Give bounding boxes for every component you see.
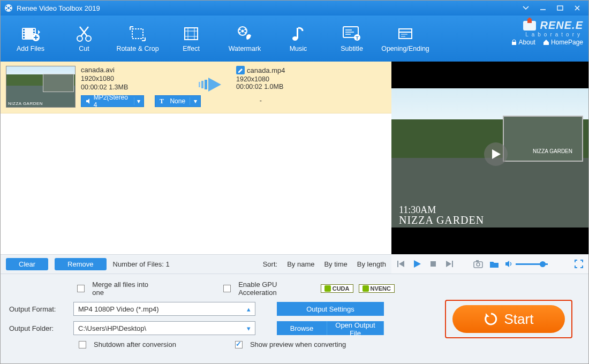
svg-point-34: [239, 28, 240, 30]
svg-rect-52: [528, 18, 531, 20]
svg-point-4: [6, 9, 7, 11]
toolbar-add-files[interactable]: Add Files: [4, 17, 57, 60]
toolbar-watermark[interactable]: Watermark: [218, 17, 271, 60]
preview-title-overlay: NIZZA GARDEN: [399, 214, 484, 226]
nvenc-badge: NVENC: [359, 284, 395, 293]
remove-button[interactable]: Remove: [55, 258, 106, 270]
svg-point-5: [10, 9, 12, 11]
output-extra: -: [236, 97, 285, 104]
clear-button[interactable]: Clear: [6, 258, 48, 270]
close-icon[interactable]: [569, 3, 585, 13]
svg-rect-59: [431, 261, 436, 267]
svg-rect-46: [399, 29, 412, 39]
stop-button[interactable]: [428, 259, 439, 269]
snapshot-button[interactable]: [473, 259, 484, 269]
sort-by-name[interactable]: By name: [287, 260, 314, 268]
svg-rect-7: [557, 6, 563, 10]
gpu-checkbox[interactable]: [223, 285, 231, 292]
svg-rect-26: [132, 29, 143, 39]
svg-point-2: [6, 6, 7, 7]
sort-by-time[interactable]: By time: [324, 260, 347, 268]
toolbar-cut[interactable]: Cut: [57, 17, 111, 60]
homepage-link[interactable]: HomePage: [543, 39, 583, 46]
toolbar: Add Files Cut Rotate & Crop Effect Water…: [1, 16, 588, 62]
open-output-button[interactable]: Open Output File: [327, 321, 384, 335]
crop-icon: [128, 25, 147, 43]
next-button[interactable]: [444, 259, 455, 269]
opening-icon: [396, 25, 415, 43]
source-resolution: 1920x1080: [81, 75, 188, 82]
fullscreen-button[interactable]: [573, 259, 584, 269]
svg-point-33: [241, 30, 244, 33]
output-format-combo[interactable]: MP4 1080P Video (*.mp4) ▴: [73, 302, 255, 316]
lock-icon: [511, 39, 517, 46]
audio-track-picker[interactable]: MP2(Stereo 4 ▾: [81, 95, 144, 107]
sort-by-length[interactable]: By length: [357, 260, 386, 268]
toolbar-label: Music: [290, 45, 307, 52]
list-control-bar: Clear Remove Number of Files: 1 Sort: By…: [1, 254, 391, 274]
svg-rect-27: [185, 28, 198, 40]
brand-area: RENE.E Laboratory About HomePage: [505, 16, 588, 48]
toolbar-label: Watermark: [229, 45, 261, 52]
menu-dropdown-icon[interactable]: [518, 3, 534, 13]
app-icon: [4, 3, 13, 13]
svg-point-37: [244, 32, 246, 33]
start-highlight: Start: [445, 300, 572, 338]
source-meta: 00:00:02 1.3MB: [81, 84, 188, 91]
output-meta: 00:00:02 1.0MB: [236, 83, 285, 90]
volume-slider[interactable]: [516, 263, 548, 265]
output-settings-button[interactable]: Output Settings: [277, 302, 384, 316]
volume-control[interactable]: [505, 260, 548, 268]
shutdown-checkbox[interactable]: [79, 341, 86, 348]
minimize-icon[interactable]: [535, 3, 551, 13]
home-icon: [543, 39, 549, 46]
volume-icon: [505, 260, 514, 268]
svg-rect-15: [33, 29, 35, 31]
brand-logo-icon: [522, 18, 537, 33]
bottom-panel: Merge all files into one Enable GPU Acce…: [1, 274, 588, 363]
svg-point-22: [77, 36, 82, 41]
show-preview-checkbox[interactable]: [235, 341, 243, 348]
svg-point-23: [86, 36, 91, 41]
cuda-badge: CUDA: [321, 284, 353, 293]
subtitle-icon: T: [341, 25, 363, 43]
preview-controls: [391, 254, 588, 274]
svg-rect-55: [201, 81, 203, 88]
output-folder-label: Output Folder:: [9, 324, 68, 332]
music-icon: [289, 25, 308, 43]
toolbar-label: Opening/Ending: [381, 45, 429, 52]
svg-line-24: [81, 27, 88, 36]
svg-rect-58: [397, 261, 398, 267]
merge-label: Merge all files into one: [92, 280, 160, 297]
merge-checkbox[interactable]: [77, 285, 85, 292]
play-overlay-button[interactable]: [484, 142, 508, 166]
svg-point-3: [10, 6, 12, 7]
start-button[interactable]: Start: [452, 305, 565, 333]
output-folder-combo[interactable]: C:\Users\HP\Desktop\ ▾: [73, 321, 255, 335]
browse-button[interactable]: Browse: [277, 321, 327, 335]
play-button[interactable]: [412, 259, 422, 269]
prev-button[interactable]: [396, 259, 406, 269]
svg-point-35: [244, 28, 246, 30]
file-item[interactable]: NIZZA GARDEN canada.avi 1920x1080 00:00:…: [1, 62, 391, 113]
toolbar-effect[interactable]: Effect: [164, 17, 218, 60]
toolbar-label: Add Files: [17, 45, 44, 52]
svg-rect-16: [33, 32, 35, 33]
svg-rect-39: [297, 28, 298, 39]
chevron-down-icon[interactable]: ▾: [134, 97, 144, 105]
maximize-icon[interactable]: [552, 3, 568, 13]
output-format-label: Output Format:: [9, 305, 68, 313]
sort-label: Sort:: [263, 260, 277, 268]
speaker-icon: [86, 98, 92, 104]
svg-text:T: T: [356, 35, 359, 41]
about-link[interactable]: About: [511, 39, 535, 46]
output-resolution: 1920x1080: [236, 75, 285, 83]
toolbar-label: Subtitle: [341, 45, 363, 52]
toolbar-opening-ending[interactable]: Opening/Ending: [379, 17, 432, 60]
open-folder-button[interactable]: [489, 259, 500, 269]
toolbar-subtitle[interactable]: T Subtitle: [325, 17, 379, 60]
edit-icon[interactable]: [236, 66, 245, 74]
watermark-icon: [235, 25, 254, 43]
toolbar-music[interactable]: Music: [271, 17, 325, 60]
toolbar-rotate-crop[interactable]: Rotate & Crop: [111, 17, 164, 60]
